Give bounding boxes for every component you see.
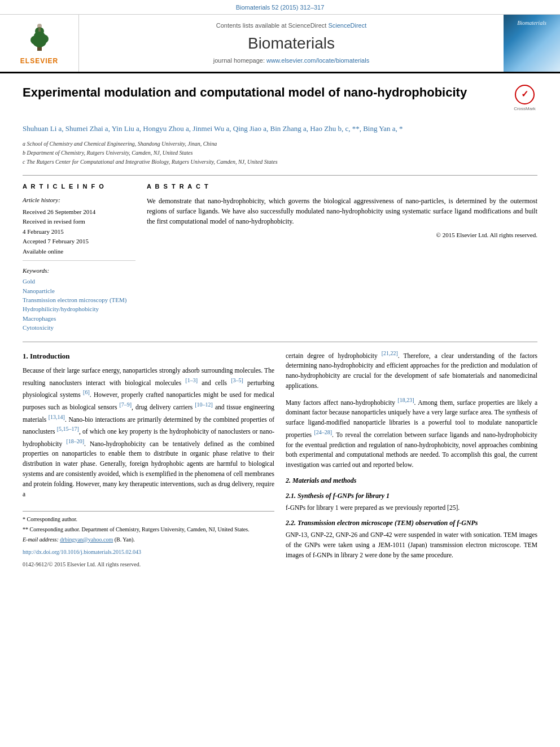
journal-center: Contents lists available at ScienceDirec… [79, 15, 504, 72]
email-label: E-mail address: [23, 536, 59, 543]
keywords-label: Keywords: [23, 267, 135, 275]
available-online: Available online [23, 247, 135, 256]
introduction-heading: 1. Introduction [23, 351, 274, 361]
body-left: 1. Introduction Because of their large s… [23, 349, 274, 569]
footer-doi: http://dx.doi.org/10.1016/j.biomaterials… [23, 548, 274, 556]
svg-point-6 [37, 24, 42, 28]
ref-7-9[interactable]: [7–9] [119, 401, 132, 408]
keyword-hydrophilicity[interactable]: Hydrophilicity/hydrophobicity [23, 305, 135, 313]
intro-paragraph-3: Many factors affect nano-hydrophobicity … [286, 396, 537, 470]
accepted-date: Accepted 7 February 2015 [23, 237, 135, 246]
citation-text: Biomaterials 52 (2015) 312–317 [236, 4, 325, 11]
main-content: Experimental modulation and computationa… [0, 73, 560, 579]
elsevier-tree-icon [17, 20, 62, 54]
ref-1-3[interactable]: [1–3] [185, 377, 198, 383]
footnote-corresponding-1: * Corresponding author. [23, 515, 274, 523]
keywords-section: Keywords: Gold Nanoparticle Transmission… [23, 267, 135, 333]
received-date: Received 26 September 2014 [23, 208, 135, 216]
svg-point-5 [38, 34, 49, 43]
footer-issn: 0142-9612/© 2015 Elsevier Ltd. All right… [23, 561, 274, 569]
abstract-column: A B S T R A C T We demonstrate that nano… [147, 182, 537, 333]
copyright-text: © 2015 Elsevier Ltd. All rights reserved… [147, 231, 537, 239]
subsection-2-text: GNP-13, GNP-22, GNP-26 and GNP-42 were s… [286, 530, 537, 560]
materials-section-heading: 2. Materials and methods [286, 476, 537, 486]
article-title: Experimental modulation and computationa… [23, 85, 504, 101]
received-revised-label: Received in revised form [23, 217, 135, 226]
affiliation-b: b Department of Chemistry, Rutgers Unive… [23, 148, 537, 158]
intro-paragraph-1: Because of their large surface energy, n… [23, 366, 274, 500]
affiliation-c: c The Rutgers Center for Computational a… [23, 158, 537, 167]
ref-5-15-17[interactable]: [5,15–17] [57, 426, 79, 432]
ref-18-20[interactable]: [18–20] [66, 438, 84, 444]
ref-13-14[interactable]: [13,14] [49, 414, 65, 420]
keyword-gold[interactable]: Gold [23, 277, 135, 286]
keyword-tem[interactable]: Transmission electron microscopy (TEM) [23, 296, 135, 304]
ref-3-5[interactable]: [3–5] [231, 377, 243, 383]
svg-rect-7 [38, 28, 41, 32]
authors-text: Shuhuan Li a, Shumei Zhai a, Yin Liu a, … [23, 124, 403, 133]
article-history-label: Article history: [23, 196, 135, 204]
subsection-1-title: 2.1. Synthesis of f-GNPs for library 1 [286, 491, 537, 501]
footnote-email: E-mail address: drbingyan@yahoo.com (B. … [23, 535, 274, 544]
elsevier-label: ELSEVIER [20, 56, 58, 66]
ref-10-12[interactable]: [10–12] [195, 401, 213, 408]
affiliation-a: a School of Chemistry and Chemical Engin… [23, 139, 537, 148]
divider-2 [23, 342, 537, 342]
intro-paragraph-2: certain degree of hydrophobicity [21,22]… [286, 349, 537, 391]
abstract-text: We demonstrate that nano-hydrophobicity,… [147, 196, 537, 226]
science-direct-link[interactable]: ScienceDirect [328, 22, 366, 29]
body-columns: 1. Introduction Because of their large s… [23, 349, 537, 569]
journal-image-title: Biomaterials [504, 19, 560, 27]
affiliations-section: a School of Chemistry and Chemical Engin… [23, 139, 537, 167]
body-right: certain degree of hydrophobicity [21,22]… [286, 349, 537, 569]
footnotes: * Corresponding author. ** Corresponding… [23, 511, 274, 544]
keyword-nanoparticle[interactable]: Nanoparticle [23, 287, 135, 295]
keyword-macrophages[interactable]: Macrophages [23, 314, 135, 323]
email-link[interactable]: drbingyan@yahoo.com [60, 536, 113, 543]
article-title-section: Experimental modulation and computationa… [23, 85, 537, 116]
elsevier-logo: ELSEVIER [0, 15, 79, 72]
ref-24-28[interactable]: [24–28] [314, 429, 332, 435]
homepage-line: journal homepage: www.elsevier.com/locat… [213, 56, 369, 65]
footnote-corresponding-2: ** Corresponding author. Department of C… [23, 525, 274, 534]
abstract-heading: A B S T R A C T [147, 182, 537, 191]
doi-link[interactable]: http://dx.doi.org/10.1016/j.biomaterials… [23, 549, 141, 555]
ref-21-22[interactable]: [21,22] [382, 350, 398, 356]
subsection-2-title: 2.2. Transmission electron microscope (T… [286, 518, 537, 528]
crossmark-label: CrossMark [514, 106, 536, 112]
email-author: (B. Yan). [115, 536, 135, 543]
received-revised-date: 4 February 2015 [23, 228, 135, 236]
science-direct-line: Contents lists available at ScienceDirec… [216, 21, 367, 30]
divider-1 [23, 175, 537, 176]
info-abstract-columns: A R T I C L E I N F O Article history: R… [23, 182, 537, 333]
homepage-link[interactable]: www.elsevier.com/locate/biomaterials [266, 57, 369, 64]
subsection-1-text: f-GNPs for library 1 were prepared as we… [286, 503, 537, 513]
citation-bar: Biomaterials 52 (2015) 312–317 [0, 0, 560, 15]
crossmark-icon: ✓ [515, 85, 535, 104]
journal-title: Biomaterials [248, 32, 335, 54]
ref-6[interactable]: [6] [83, 389, 90, 395]
divider-keywords [23, 260, 135, 261]
crossmark-section: ✓ CrossMark [512, 85, 537, 112]
article-info-heading: A R T I C L E I N F O [23, 182, 135, 191]
journal-header: ELSEVIER Contents lists available at Sci… [0, 15, 560, 73]
keyword-cytotoxicity[interactable]: Cytotoxicity [23, 324, 135, 332]
journal-thumbnail: Biomaterials [504, 15, 560, 72]
authors-line: Shuhuan Li a, Shumei Zhai a, Yin Liu a, … [23, 123, 537, 135]
ref-18-23[interactable]: [18,23] [397, 397, 414, 403]
article-info-column: A R T I C L E I N F O Article history: R… [23, 182, 135, 333]
